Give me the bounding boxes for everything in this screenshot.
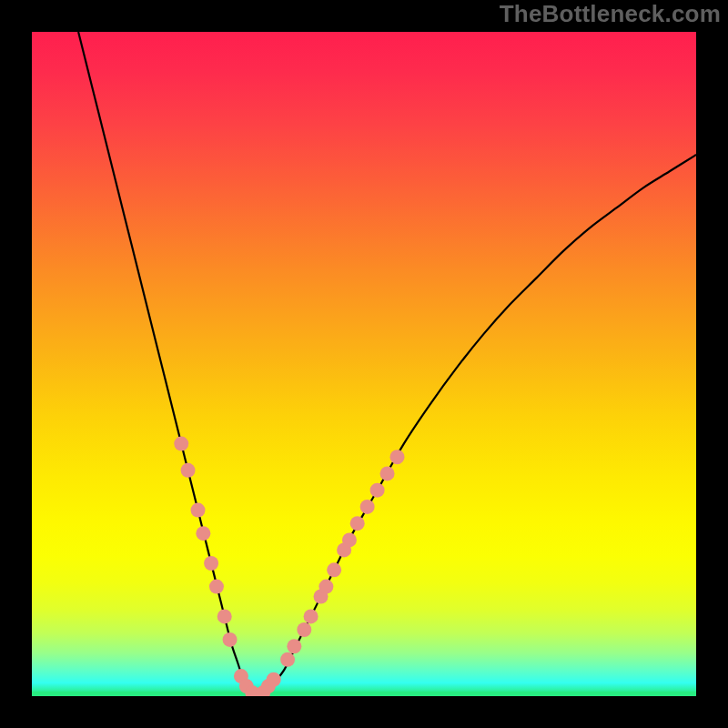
marker-dot: [304, 609, 318, 623]
marker-dot: [209, 580, 224, 594]
marker-dot: [196, 526, 210, 541]
plot-area: [32, 32, 696, 696]
marker-dot: [174, 437, 188, 451]
marker-dot: [280, 652, 295, 667]
marker-dot: [350, 516, 365, 531]
plot-svg: [32, 32, 696, 696]
chart-frame: TheBottleneck.com: [0, 0, 728, 728]
marker-dot: [181, 463, 196, 478]
marker-dot: [342, 532, 357, 547]
marker-dot: [223, 632, 238, 647]
marker-dot: [370, 483, 385, 498]
marker-dot: [204, 556, 218, 571]
green-bottom-band: [32, 692, 696, 696]
marker-dot: [390, 450, 405, 464]
marker-dot: [380, 466, 395, 480]
marker-dot: [287, 639, 301, 653]
marker-dot: [267, 672, 281, 687]
marker-dot: [191, 503, 206, 518]
watermark-text: TheBottleneck.com: [500, 0, 721, 28]
marker-dot: [217, 609, 232, 623]
marker-dot: [360, 500, 375, 514]
marker-dot: [318, 580, 333, 594]
marker-dot: [297, 622, 311, 637]
gradient-background: [32, 32, 696, 696]
marker-dot: [327, 562, 341, 577]
